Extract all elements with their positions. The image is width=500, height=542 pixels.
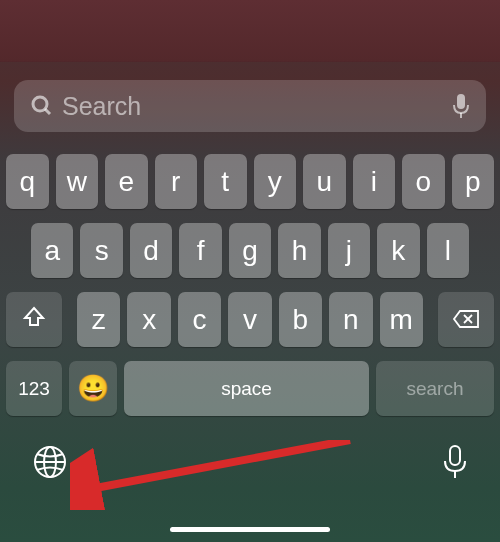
key-row-2: a s d f g h j k l: [6, 223, 494, 278]
svg-rect-9: [450, 446, 460, 465]
key-z[interactable]: z: [77, 292, 120, 347]
dictate-button[interactable]: [442, 444, 468, 484]
key-row-1: q w e r t y u i o p: [6, 154, 494, 209]
delete-icon: [452, 304, 480, 336]
key-o[interactable]: o: [402, 154, 445, 209]
svg-rect-2: [457, 94, 465, 109]
key-row-3: z x c v b n m: [6, 292, 494, 347]
key-m[interactable]: m: [380, 292, 423, 347]
search-placeholder: Search: [62, 92, 452, 121]
key-n[interactable]: n: [329, 292, 372, 347]
microphone-icon[interactable]: [452, 93, 470, 119]
key-k[interactable]: k: [377, 223, 419, 278]
key-l[interactable]: l: [427, 223, 469, 278]
key-p[interactable]: p: [452, 154, 495, 209]
emoji-key[interactable]: 😀: [69, 361, 117, 416]
emoji-icon: 😀: [77, 373, 109, 404]
numbers-key[interactable]: 123: [6, 361, 62, 416]
globe-button[interactable]: [32, 444, 68, 484]
search-input[interactable]: Search: [14, 80, 486, 132]
key-f[interactable]: f: [179, 223, 221, 278]
key-c[interactable]: c: [178, 292, 221, 347]
key-s[interactable]: s: [80, 223, 122, 278]
key-y[interactable]: y: [254, 154, 297, 209]
search-container: Search: [0, 62, 500, 146]
key-t[interactable]: t: [204, 154, 247, 209]
key-x[interactable]: x: [127, 292, 170, 347]
key-r[interactable]: r: [155, 154, 198, 209]
key-u[interactable]: u: [303, 154, 346, 209]
keyboard: q w e r t y u i o p a s d f g h j k l z: [0, 146, 500, 416]
globe-icon: [32, 444, 68, 484]
microphone-icon: [442, 444, 468, 484]
key-j[interactable]: j: [328, 223, 370, 278]
key-i[interactable]: i: [353, 154, 396, 209]
search-key[interactable]: search: [376, 361, 494, 416]
key-h[interactable]: h: [278, 223, 320, 278]
svg-point-0: [33, 97, 47, 111]
search-icon: [30, 94, 54, 118]
status-area: [0, 0, 500, 62]
key-g[interactable]: g: [229, 223, 271, 278]
delete-key[interactable]: [438, 292, 494, 347]
shift-icon: [22, 304, 46, 336]
key-b[interactable]: b: [279, 292, 322, 347]
shift-key[interactable]: [6, 292, 62, 347]
space-key[interactable]: space: [124, 361, 369, 416]
key-e[interactable]: e: [105, 154, 148, 209]
key-v[interactable]: v: [228, 292, 271, 347]
home-indicator[interactable]: [170, 527, 330, 532]
key-w[interactable]: w: [56, 154, 99, 209]
key-d[interactable]: d: [130, 223, 172, 278]
svg-line-1: [45, 109, 50, 114]
key-a[interactable]: a: [31, 223, 73, 278]
bottom-bar: [0, 430, 500, 484]
key-q[interactable]: q: [6, 154, 49, 209]
key-row-4: 123 😀 space search: [6, 361, 494, 416]
